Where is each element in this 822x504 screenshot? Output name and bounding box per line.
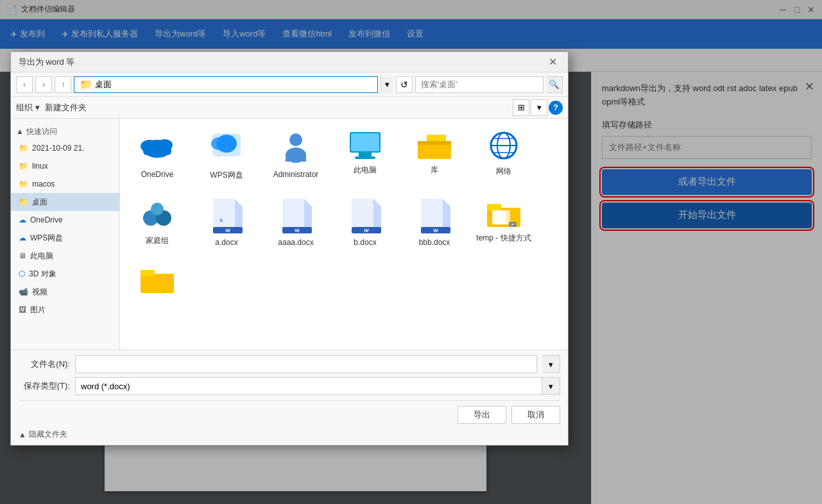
search-input[interactable] (415, 76, 544, 93)
dialog-body: ▲ 快速访问 📁 2021-10-09 21. 📁 linux 📁 macos … (11, 119, 568, 349)
sidebar-item-video[interactable]: 📹 视频 (11, 283, 119, 301)
aaaa-docx-icon: W (280, 197, 312, 235)
wps-file-icon (207, 130, 246, 167)
svg-rect-11 (351, 133, 379, 151)
folder-icon: 📁 (80, 78, 92, 90)
dialog-toolbar: 组织 ▾ 新建文件夹 ⊞ ▾ ? (11, 97, 568, 119)
file-item-temp[interactable]: ↗ temp - 快捷方式 (472, 192, 536, 253)
file-item-homegroup[interactable]: 家庭组 (125, 192, 189, 253)
file-item-network[interactable]: 网络 (472, 124, 536, 187)
a-docx-icon: W a (210, 197, 243, 235)
sidebar-item-this-pc[interactable]: 🖥 此电脑 (11, 247, 119, 265)
filetype-dropdown-button[interactable]: ▾ (542, 377, 560, 395)
svg-marker-37 (373, 199, 381, 206)
svg-text:W: W (433, 228, 438, 233)
sidebar-item-onedrive[interactable]: ☁ OneDrive (11, 211, 119, 229)
pictures-icon: 🖼 (19, 305, 26, 314)
sidebar-item-linux[interactable]: 📁 linux (11, 157, 119, 175)
refresh-button[interactable]: ↺ (396, 76, 413, 93)
file-item-library[interactable]: 库 (402, 124, 467, 187)
file-label-bbb-docx: bbb.docx (419, 238, 450, 247)
sidebar-item-desktop[interactable]: 📁 桌面 (11, 193, 119, 211)
svg-rect-9 (286, 154, 306, 162)
this-pc-file-icon (346, 130, 384, 162)
svg-text:W: W (364, 228, 369, 233)
svg-rect-13 (355, 156, 375, 159)
export-action-button[interactable]: 导出 (458, 406, 506, 424)
organize-button[interactable]: 组织 ▾ (16, 99, 40, 116)
svg-rect-43 (443, 206, 450, 227)
file-item-wps[interactable]: WPS网盘 (194, 124, 259, 187)
library-file-icon (415, 130, 454, 162)
hidden-folder-label: 隐藏文件夹 (29, 429, 67, 440)
folder-icon-blue: 📁 (19, 197, 28, 206)
view-dropdown-button[interactable]: ▾ (531, 99, 547, 116)
svg-rect-38 (373, 206, 381, 227)
file-item-onedrive[interactable]: OneDrive (125, 124, 189, 187)
sidebar-item-wps[interactable]: ☁ WPS网盘 (11, 229, 119, 247)
svg-text:W: W (295, 228, 300, 233)
file-item-bbb-docx[interactable]: W bbb.docx (402, 192, 467, 253)
nav-back-button[interactable]: ‹ (16, 76, 33, 93)
bbb-docx-icon: W (418, 197, 450, 235)
file-dialog: 导出为 word 等 ✕ ‹ › ↑ 📁 桌面 ▾ ↺ 🔍 组织 ▾ 新建文件夹… (10, 51, 569, 446)
svg-text:a: a (219, 217, 223, 223)
sidebar-item-macos[interactable]: 📁 macos (11, 175, 119, 193)
filename-input[interactable] (75, 355, 537, 373)
file-label-admin: Administrator (273, 170, 319, 179)
svg-rect-12 (359, 153, 372, 156)
video-icon: 📹 (19, 287, 28, 296)
sidebar-item-pictures[interactable]: 🖼 图片 (11, 301, 119, 319)
nav-up-button[interactable]: ↑ (55, 76, 71, 93)
file-item-b-docx[interactable]: W b.docx (333, 192, 397, 253)
file-label-library: 库 (431, 165, 438, 176)
collapse-arrow: ▲ (19, 430, 26, 439)
svg-point-6 (211, 137, 227, 150)
svg-marker-32 (304, 199, 312, 206)
file-label-aaaa-docx: aaaa.docx (278, 238, 313, 247)
dialog-actions: 导出 取消 (19, 400, 560, 424)
new-folder-button[interactable]: 新建文件夹 (45, 99, 87, 116)
quick-access-header[interactable]: ▲ 快速访问 (11, 124, 119, 139)
dialog-title-bar: 导出为 word 等 ✕ (11, 52, 568, 72)
help-button[interactable]: ? (549, 101, 563, 115)
homegroup-file-icon (138, 197, 176, 233)
svg-rect-50 (500, 210, 510, 224)
view-mode-button[interactable]: ⊞ (513, 99, 529, 116)
svg-rect-41 (421, 199, 443, 227)
file-label-onedrive: OneDrive (141, 170, 174, 179)
temp-folder-icon: ↗ (484, 197, 523, 230)
svg-rect-16 (418, 141, 451, 145)
onedrive-file-icon (138, 130, 176, 167)
sidebar-item-2021[interactable]: 📁 2021-10-09 21. (11, 139, 119, 157)
svg-point-7 (289, 133, 302, 146)
dialog-sidebar: ▲ 快速访问 📁 2021-10-09 21. 📁 linux 📁 macos … (11, 119, 120, 349)
filename-dropdown-button[interactable]: ▾ (542, 355, 560, 373)
dialog-close-button[interactable]: ✕ (545, 55, 560, 70)
nav-forward-button[interactable]: › (35, 76, 52, 93)
file-item-extra-folder[interactable] (125, 258, 189, 305)
file-label-homegroup: 家庭组 (146, 235, 169, 246)
network-file-icon (484, 130, 523, 164)
svg-rect-31 (282, 199, 304, 227)
file-item-a-docx[interactable]: W a a.docx (194, 192, 259, 253)
file-item-admin[interactable]: Administrator (264, 124, 328, 187)
file-item-this-pc[interactable]: 此电脑 (333, 124, 397, 187)
location-dropdown-button[interactable]: ▾ (381, 76, 393, 93)
hidden-folder-row[interactable]: ▲ 隐藏文件夹 (19, 424, 560, 440)
filetype-label: 保存类型(T): (19, 380, 70, 392)
view-buttons: ⊞ ▾ ? (513, 99, 563, 116)
dialog-files: OneDrive WPS网盘 (120, 119, 568, 349)
file-label-wps: WPS网盘 (210, 170, 243, 181)
svg-marker-26 (235, 199, 243, 206)
file-label-network: 网络 (496, 166, 511, 177)
cancel-action-button[interactable]: 取消 (511, 406, 560, 424)
admin-file-icon (277, 130, 315, 167)
dialog-nav: ‹ › ↑ 📁 桌面 ▾ ↺ 🔍 (11, 72, 568, 97)
search-button[interactable]: 🔍 (546, 76, 563, 93)
location-text: 桌面 (95, 79, 112, 90)
onedrive-icon: ☁ (19, 215, 26, 224)
filetype-display: word (*.docx) (75, 377, 542, 395)
file-item-aaaa-docx[interactable]: W aaaa.docx (264, 192, 328, 253)
sidebar-item-3d[interactable]: ⬡ 3D 对象 (11, 265, 119, 283)
